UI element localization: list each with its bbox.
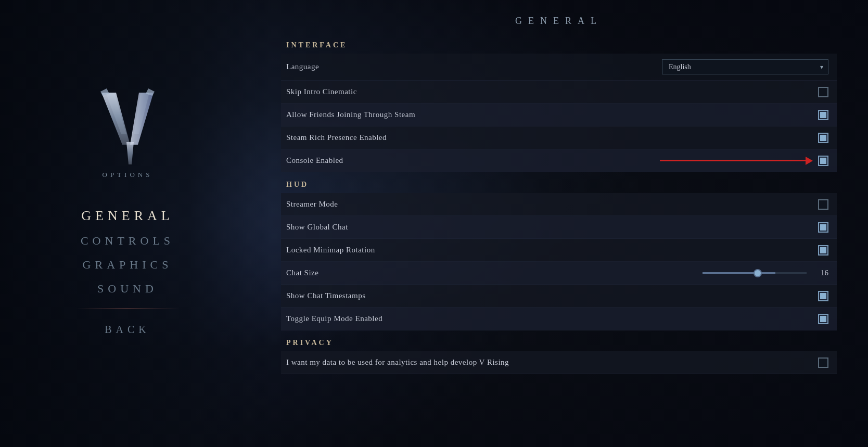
locked-minimap-label: Locked Minimap Rotation [286,246,375,254]
streamer-mode-checkbox[interactable] [818,199,828,210]
language-dropdown[interactable]: English French German Spanish [662,59,828,74]
nav-menu: GENERAL CONTROLS GRAPHICS SOUND BACK [0,205,255,339]
console-enabled-row: Console Enabled [281,149,837,172]
show-chat-timestamps-label: Show Chat Timestamps [286,291,366,300]
main-content: GENERAL INTERFACE Language English Frenc… [265,0,868,447]
options-label: OPTIONS [103,171,153,179]
nav-item-general[interactable]: GENERAL [71,205,184,227]
language-dropdown-wrapper: English French German Spanish [662,59,828,74]
nav-item-controls[interactable]: CONTROLS [70,231,185,251]
steam-rich-presence-checkbox[interactable] [818,133,828,143]
allow-friends-label: Allow Friends Joining Through Steam [286,110,415,119]
sidebar: OPTIONS GENERAL CONTROLS GRAPHICS SOUND … [0,0,255,447]
data-analytics-label: I want my data to be used for analytics … [286,358,509,367]
console-enabled-checkbox[interactable] [818,156,828,166]
hud-section-header: HUD [281,176,837,193]
nav-item-graphics[interactable]: GRAPHICS [72,255,183,275]
steam-rich-presence-label: Steam Rich Presence Enabled [286,133,387,142]
chat-size-control: 16 [703,269,828,277]
skip-intro-checkbox[interactable] [818,87,828,97]
red-arrow-indicator [660,157,813,165]
locked-minimap-row: Locked Minimap Rotation [281,239,837,262]
v-rising-logo [96,87,159,165]
locked-minimap-checkbox[interactable] [818,245,828,256]
streamer-mode-control [818,199,828,210]
toggle-equip-mode-label: Toggle Equip Mode Enabled [286,314,382,323]
steam-rich-presence-row: Steam Rich Presence Enabled [281,126,837,149]
show-chat-timestamps-control [818,291,828,301]
data-analytics-checkbox[interactable] [818,357,828,368]
allow-friends-control [818,110,828,120]
show-global-chat-checkbox[interactable] [818,222,828,233]
streamer-mode-label: Streamer Mode [286,200,338,209]
allow-friends-checkbox[interactable] [818,110,828,120]
toggle-equip-mode-control [818,314,828,324]
language-control: English French German Spanish [662,59,828,74]
gap-1 [281,172,837,176]
show-chat-timestamps-row: Show Chat Timestamps [281,285,837,308]
settings-panel: INTERFACE Language English French German… [281,37,837,374]
interface-section-header: INTERFACE [281,37,837,54]
locked-minimap-control [818,245,828,256]
console-enabled-label: Console Enabled [286,156,343,165]
nav-item-back[interactable]: BACK [94,321,161,339]
toggle-equip-mode-checkbox[interactable] [818,314,828,324]
chat-size-row: Chat Size 16 [281,262,837,285]
console-enabled-control [660,156,828,166]
data-analytics-control [818,357,828,368]
arrow-shaft [660,160,806,161]
show-global-chat-row: Show Global Chat [281,216,837,239]
chat-size-label: Chat Size [286,269,318,277]
logo-container: OPTIONS [96,87,159,195]
toggle-equip-mode-row: Toggle Equip Mode Enabled [281,308,837,330]
streamer-mode-row: Streamer Mode [281,193,837,216]
language-label: Language [286,62,319,71]
skip-intro-control [818,87,828,97]
steam-rich-presence-control [818,133,828,143]
nav-divider [75,308,180,309]
privacy-section-header: PRIVACY [281,335,837,351]
show-chat-timestamps-checkbox[interactable] [818,291,828,301]
chat-size-value: 16 [813,269,828,277]
gap-2 [281,330,837,335]
chat-size-slider[interactable] [703,272,807,274]
language-row: Language English French German Spanish [281,54,837,81]
skip-intro-row: Skip Intro Cinematic [281,81,837,104]
data-analytics-row: I want my data to be used for analytics … [281,351,837,374]
page-title: GENERAL [281,16,837,27]
svg-marker-2 [126,142,134,164]
nav-item-sound[interactable]: SOUND [87,279,168,299]
show-global-chat-label: Show Global Chat [286,223,348,232]
allow-friends-row: Allow Friends Joining Through Steam [281,104,837,126]
arrow-head [806,157,813,165]
show-global-chat-control [818,222,828,233]
skip-intro-label: Skip Intro Cinematic [286,87,357,96]
